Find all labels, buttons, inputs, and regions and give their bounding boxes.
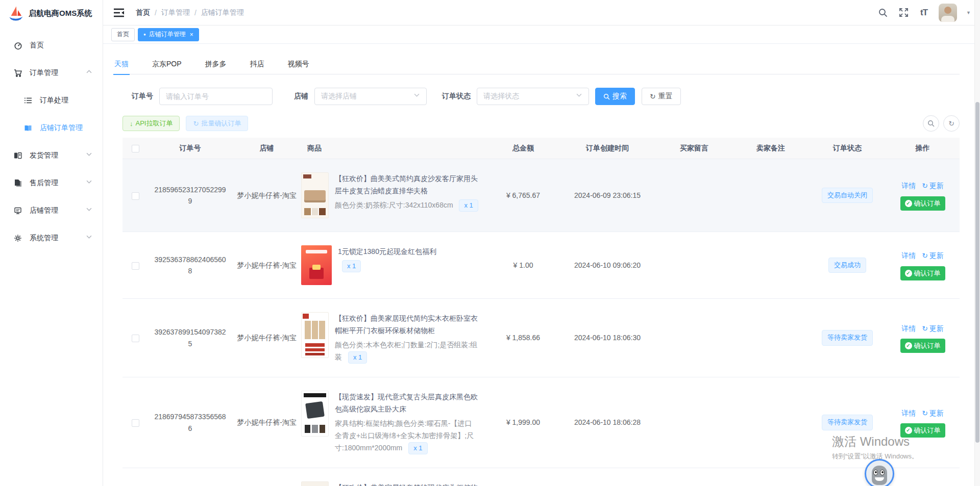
shop-select[interactable]: 请选择店铺 <box>314 88 427 105</box>
detail-link[interactable]: 详情 <box>901 323 916 334</box>
chevron-up-icon <box>86 70 92 76</box>
detail-link[interactable]: 详情 <box>901 250 916 261</box>
created-time: 2024-06-10 18:06:30 <box>559 332 656 343</box>
order-status-select[interactable]: 请选择状态 <box>477 88 589 105</box>
user-avatar[interactable] <box>939 4 957 22</box>
topbar-right: tT ▼ <box>877 4 971 22</box>
shop-name: 梦小妮牛仔裤-淘宝 <box>232 417 301 428</box>
sidebar-collapse-icon[interactable] <box>113 8 125 18</box>
sidebar-item-order-mgmt[interactable]: 订单管理 <box>0 59 103 87</box>
table-row: 2185965231270522999 梦小妮牛仔裤-淘宝 【狂欢价】曲美美式简… <box>122 159 960 232</box>
tab-jd-pop[interactable]: 京东POP <box>151 54 183 74</box>
update-link[interactable]: ↻更新 <box>922 250 944 261</box>
storefront-icon <box>13 206 22 215</box>
detail-link[interactable]: 详情 <box>901 407 916 419</box>
confirm-order-button[interactable]: ✓ 确认订单 <box>900 196 945 211</box>
fullscreen-icon[interactable] <box>898 7 909 18</box>
user-menu-caret-icon[interactable]: ▼ <box>966 10 971 15</box>
col-product: 商品 <box>301 144 487 153</box>
list-icon <box>23 96 33 105</box>
detail-link[interactable]: 详情 <box>901 180 916 191</box>
api-pull-orders-button[interactable]: ↓ API拉取订单 <box>122 116 180 131</box>
select-all-checkbox[interactable] <box>132 145 139 152</box>
sidebar-item-system-mgmt[interactable]: 系统管理 <box>0 224 103 252</box>
select-all-cell <box>122 144 148 152</box>
cart-icon <box>13 68 22 78</box>
table-body: 2185965231270522999 梦小妮牛仔裤-淘宝 【狂欢价】曲美美式简… <box>122 159 960 486</box>
search-button[interactable]: 搜索 <box>595 88 635 105</box>
table-row: 3925363788624065608 梦小妮牛仔裤-淘宝 1元锁定1380元起… <box>122 232 960 299</box>
table-search-icon[interactable] <box>923 115 939 132</box>
row-checkbox[interactable] <box>132 262 139 270</box>
close-icon[interactable]: × <box>190 31 193 38</box>
tab-pinduoduo[interactable]: 拼多多 <box>204 54 228 74</box>
dashboard-icon <box>13 41 22 50</box>
check-circle-icon: ✓ <box>905 270 912 277</box>
actions-cell: 详情 ↻更新 ✓ 确认订单 <box>886 323 960 353</box>
sidebar-item-shop-mgmt[interactable]: 店铺管理 <box>0 197 103 224</box>
col-seller-note: 卖家备注 <box>732 144 809 153</box>
refresh-icon: ↻ <box>193 120 199 127</box>
update-link[interactable]: ↻更新 <box>922 407 944 419</box>
table-header: 订单号 店铺 商品 总金额 订单创建时间 买家留言 卖家备注 订单状态 操作 <box>122 138 960 159</box>
chevron-down-icon <box>86 235 92 241</box>
confirm-order-button[interactable]: ✓ 确认订单 <box>900 339 945 353</box>
download-icon: ↓ <box>130 120 133 127</box>
documents-icon <box>13 178 22 188</box>
order-no-input[interactable] <box>159 88 273 105</box>
sidebar-item-shipping-mgmt[interactable]: 发货管理 <box>0 142 103 169</box>
toolbar: ↓ API拉取订单 ↻ 批量确认订单 ↻ <box>122 115 960 132</box>
product-cell: 【狂欢价】曲美美式简约真皮沙发客厅家用头层牛皮复古油蜡皮直排华夫格 颜色分类:奶… <box>301 172 487 218</box>
product-title[interactable]: 【现货速发】现代意式复古头层真皮床黑色欧包高级佗寂风主卧大床 <box>335 391 478 415</box>
product-title[interactable]: 1元锁定1380元起现金红包福利 <box>338 245 478 258</box>
tab-douyin[interactable]: 抖店 <box>249 54 265 74</box>
row-checkbox[interactable] <box>132 419 139 427</box>
sidebar-item-order-process[interactable]: 订单处理 <box>0 87 103 114</box>
font-size-icon[interactable]: tT <box>918 7 929 18</box>
created-time: 2024-06-10 09:06:20 <box>559 260 656 271</box>
batch-confirm-orders-button[interactable]: ↻ 批量确认订单 <box>186 116 248 131</box>
product-thumb <box>301 391 329 437</box>
sidebar-item-aftersale-mgmt[interactable]: 售后管理 <box>0 169 103 197</box>
confirm-order-button[interactable]: ✓ 确认订单 <box>900 266 945 280</box>
tab-tmall[interactable]: 天猫 <box>113 54 130 74</box>
quantity-badge: x 1 <box>342 260 361 272</box>
reset-button[interactable]: ↻ 重置 <box>642 88 681 105</box>
tab-shipinhao[interactable]: 视频号 <box>287 54 310 74</box>
status-badge: 交易成功 <box>828 258 866 273</box>
package-icon <box>13 151 22 160</box>
quantity-badge: x 1 <box>348 351 367 364</box>
check-circle-icon: ✓ <box>905 200 912 207</box>
status-badge: 等待卖家发货 <box>822 415 873 430</box>
product-title[interactable]: 【狂欢价】曲美家居现代简约实木衣柜卧室衣帽柜平开门衣橱环保板材储物柜 <box>335 312 478 337</box>
tag-shop-order-mgmt[interactable]: ● 店铺订单管理 × <box>138 28 199 41</box>
breadcrumb-order-mgmt[interactable]: 订单管理 <box>161 8 190 17</box>
product-title[interactable]: 【狂欢价】曲美美式简约真皮沙发客厅家用头层牛皮复古油蜡皮直排华夫格 <box>335 172 478 197</box>
row-checkbox[interactable] <box>132 335 139 342</box>
quantity-badge: x 1 <box>408 442 427 454</box>
product-title[interactable]: 【狂欢价】曲美家居轻奢简约现代床头柜储物双抽床边柜皮质卧室置物储藏柜 <box>335 481 478 486</box>
actions-cell: 详情 ↻更新 ✓ 确认订单 <box>886 250 960 280</box>
gear-icon <box>13 234 22 243</box>
order-number: 3925363788624065608 <box>148 254 232 277</box>
sidebar-item-home[interactable]: 首页 <box>0 32 103 59</box>
table-refresh-icon[interactable]: ↻ <box>943 115 960 132</box>
confirm-order-button[interactable]: ✓ 确认订单 <box>900 423 945 438</box>
product-thumb <box>301 245 332 285</box>
update-link[interactable]: ↻更新 <box>922 180 944 191</box>
logo-row: 启航电商OMS系统 <box>0 0 103 27</box>
breadcrumb-home[interactable]: 首页 <box>136 8 150 17</box>
table-row: 2186979458733565686 梦小妮牛仔裤-淘宝 【现货速发】现代意式… <box>122 377 960 468</box>
chat-assistant-float-icon[interactable] <box>865 459 894 486</box>
tag-home[interactable]: 首页 <box>111 28 135 41</box>
refresh-icon: ↻ <box>922 180 928 191</box>
search-icon[interactable] <box>877 7 889 18</box>
scrollbar-thumb[interactable] <box>975 102 979 443</box>
chevron-down-icon <box>576 93 582 99</box>
col-created: 订单创建时间 <box>559 144 656 153</box>
update-link[interactable]: ↻更新 <box>922 323 944 334</box>
row-checkbox[interactable] <box>132 192 139 200</box>
sidebar-item-shop-order-mgmt[interactable]: 店铺订单管理 <box>0 114 103 142</box>
product-thumb <box>301 172 329 218</box>
actions-cell: 详情 ↻更新 ✓ 确认订单 <box>886 180 960 210</box>
